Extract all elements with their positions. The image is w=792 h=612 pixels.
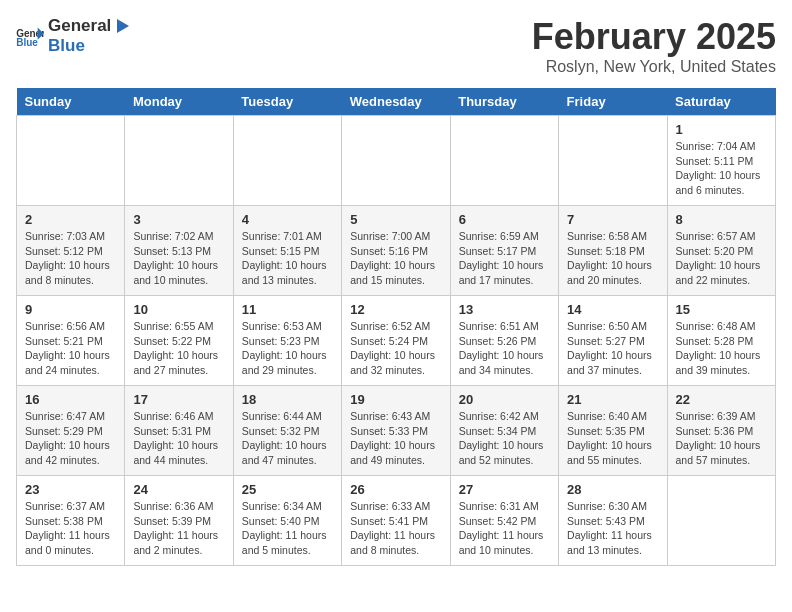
day-cell [125,116,233,206]
day-cell: 15Sunrise: 6:48 AM Sunset: 5:28 PM Dayli… [667,296,775,386]
week-row-2: 2Sunrise: 7:03 AM Sunset: 5:12 PM Daylig… [17,206,776,296]
day-info: Sunrise: 6:57 AM Sunset: 5:20 PM Dayligh… [676,229,767,288]
day-info: Sunrise: 6:44 AM Sunset: 5:32 PM Dayligh… [242,409,333,468]
day-number: 2 [25,212,116,227]
title-section: February 2025 Roslyn, New York, United S… [532,16,776,76]
day-info: Sunrise: 6:55 AM Sunset: 5:22 PM Dayligh… [133,319,224,378]
day-number: 4 [242,212,333,227]
day-info: Sunrise: 7:04 AM Sunset: 5:11 PM Dayligh… [676,139,767,198]
day-info: Sunrise: 6:37 AM Sunset: 5:38 PM Dayligh… [25,499,116,558]
day-number: 18 [242,392,333,407]
day-cell: 2Sunrise: 7:03 AM Sunset: 5:12 PM Daylig… [17,206,125,296]
main-title: February 2025 [532,16,776,58]
day-info: Sunrise: 6:59 AM Sunset: 5:17 PM Dayligh… [459,229,550,288]
column-header-thursday: Thursday [450,88,558,116]
day-number: 16 [25,392,116,407]
day-info: Sunrise: 7:02 AM Sunset: 5:13 PM Dayligh… [133,229,224,288]
day-info: Sunrise: 6:46 AM Sunset: 5:31 PM Dayligh… [133,409,224,468]
day-cell: 28Sunrise: 6:30 AM Sunset: 5:43 PM Dayli… [559,476,667,566]
day-info: Sunrise: 6:34 AM Sunset: 5:40 PM Dayligh… [242,499,333,558]
day-info: Sunrise: 6:56 AM Sunset: 5:21 PM Dayligh… [25,319,116,378]
day-number: 15 [676,302,767,317]
logo-general-text: General [48,16,111,36]
week-row-1: 1Sunrise: 7:04 AM Sunset: 5:11 PM Daylig… [17,116,776,206]
day-info: Sunrise: 6:53 AM Sunset: 5:23 PM Dayligh… [242,319,333,378]
logo-icon: General Blue [16,26,44,46]
week-row-3: 9Sunrise: 6:56 AM Sunset: 5:21 PM Daylig… [17,296,776,386]
day-number: 27 [459,482,550,497]
day-cell: 7Sunrise: 6:58 AM Sunset: 5:18 PM Daylig… [559,206,667,296]
day-cell: 14Sunrise: 6:50 AM Sunset: 5:27 PM Dayli… [559,296,667,386]
subtitle: Roslyn, New York, United States [532,58,776,76]
day-cell: 17Sunrise: 6:46 AM Sunset: 5:31 PM Dayli… [125,386,233,476]
day-cell: 12Sunrise: 6:52 AM Sunset: 5:24 PM Dayli… [342,296,450,386]
day-number: 17 [133,392,224,407]
day-cell: 23Sunrise: 6:37 AM Sunset: 5:38 PM Dayli… [17,476,125,566]
day-number: 21 [567,392,658,407]
day-info: Sunrise: 6:39 AM Sunset: 5:36 PM Dayligh… [676,409,767,468]
day-info: Sunrise: 6:47 AM Sunset: 5:29 PM Dayligh… [25,409,116,468]
day-cell [450,116,558,206]
day-number: 7 [567,212,658,227]
day-number: 22 [676,392,767,407]
day-cell: 26Sunrise: 6:33 AM Sunset: 5:41 PM Dayli… [342,476,450,566]
day-number: 11 [242,302,333,317]
day-number: 6 [459,212,550,227]
day-info: Sunrise: 6:43 AM Sunset: 5:33 PM Dayligh… [350,409,441,468]
calendar-table: SundayMondayTuesdayWednesdayThursdayFrid… [16,88,776,566]
day-cell: 22Sunrise: 6:39 AM Sunset: 5:36 PM Dayli… [667,386,775,476]
day-info: Sunrise: 6:36 AM Sunset: 5:39 PM Dayligh… [133,499,224,558]
day-number: 25 [242,482,333,497]
day-cell: 6Sunrise: 6:59 AM Sunset: 5:17 PM Daylig… [450,206,558,296]
day-cell [233,116,341,206]
day-number: 12 [350,302,441,317]
header-row: SundayMondayTuesdayWednesdayThursdayFrid… [17,88,776,116]
day-info: Sunrise: 6:40 AM Sunset: 5:35 PM Dayligh… [567,409,658,468]
column-header-monday: Monday [125,88,233,116]
day-info: Sunrise: 6:42 AM Sunset: 5:34 PM Dayligh… [459,409,550,468]
header: General Blue General Blue February 2025 … [16,16,776,76]
column-header-sunday: Sunday [17,88,125,116]
day-number: 20 [459,392,550,407]
svg-text:Blue: Blue [16,37,38,46]
day-cell: 1Sunrise: 7:04 AM Sunset: 5:11 PM Daylig… [667,116,775,206]
day-number: 26 [350,482,441,497]
day-cell: 3Sunrise: 7:02 AM Sunset: 5:13 PM Daylig… [125,206,233,296]
day-info: Sunrise: 6:50 AM Sunset: 5:27 PM Dayligh… [567,319,658,378]
week-row-4: 16Sunrise: 6:47 AM Sunset: 5:29 PM Dayli… [17,386,776,476]
day-number: 3 [133,212,224,227]
day-info: Sunrise: 6:33 AM Sunset: 5:41 PM Dayligh… [350,499,441,558]
day-info: Sunrise: 6:31 AM Sunset: 5:42 PM Dayligh… [459,499,550,558]
day-cell: 10Sunrise: 6:55 AM Sunset: 5:22 PM Dayli… [125,296,233,386]
day-number: 28 [567,482,658,497]
day-info: Sunrise: 6:30 AM Sunset: 5:43 PM Dayligh… [567,499,658,558]
day-cell: 8Sunrise: 6:57 AM Sunset: 5:20 PM Daylig… [667,206,775,296]
day-info: Sunrise: 7:00 AM Sunset: 5:16 PM Dayligh… [350,229,441,288]
day-number: 8 [676,212,767,227]
svg-marker-3 [117,19,129,33]
day-cell: 20Sunrise: 6:42 AM Sunset: 5:34 PM Dayli… [450,386,558,476]
logo: General Blue General Blue [16,16,131,56]
logo-arrow-icon [113,17,131,35]
day-number: 19 [350,392,441,407]
day-cell [667,476,775,566]
column-header-tuesday: Tuesday [233,88,341,116]
day-cell: 18Sunrise: 6:44 AM Sunset: 5:32 PM Dayli… [233,386,341,476]
day-number: 10 [133,302,224,317]
column-header-friday: Friday [559,88,667,116]
day-info: Sunrise: 6:48 AM Sunset: 5:28 PM Dayligh… [676,319,767,378]
day-info: Sunrise: 7:03 AM Sunset: 5:12 PM Dayligh… [25,229,116,288]
day-info: Sunrise: 7:01 AM Sunset: 5:15 PM Dayligh… [242,229,333,288]
day-cell: 4Sunrise: 7:01 AM Sunset: 5:15 PM Daylig… [233,206,341,296]
day-cell: 16Sunrise: 6:47 AM Sunset: 5:29 PM Dayli… [17,386,125,476]
day-cell: 13Sunrise: 6:51 AM Sunset: 5:26 PM Dayli… [450,296,558,386]
week-row-5: 23Sunrise: 6:37 AM Sunset: 5:38 PM Dayli… [17,476,776,566]
day-number: 1 [676,122,767,137]
day-cell: 9Sunrise: 6:56 AM Sunset: 5:21 PM Daylig… [17,296,125,386]
day-cell: 5Sunrise: 7:00 AM Sunset: 5:16 PM Daylig… [342,206,450,296]
column-header-saturday: Saturday [667,88,775,116]
day-cell: 24Sunrise: 6:36 AM Sunset: 5:39 PM Dayli… [125,476,233,566]
day-cell [559,116,667,206]
day-number: 13 [459,302,550,317]
day-cell [17,116,125,206]
